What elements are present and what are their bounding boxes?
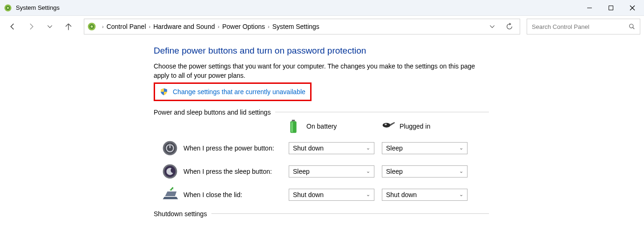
svg-point-10 [630, 24, 633, 28]
battery-icon [289, 120, 302, 133]
main-content: Define power buttons and turn on passwor… [0, 37, 489, 218]
svg-point-9 [91, 26, 93, 28]
section-rule [275, 112, 489, 112]
page-subtitle: Choose the power settings that you want … [154, 62, 480, 81]
power-plugged-dropdown[interactable]: Sleep ⌄ [382, 142, 468, 154]
breadcrumb-item[interactable]: Control Panel [107, 23, 146, 30]
change-settings-link[interactable]: Change settings that are currently unava… [173, 88, 305, 96]
column-header-plugged: Plugged in [382, 120, 475, 133]
breadcrumb-item[interactable]: System Settings [272, 23, 319, 30]
address-bar[interactable]: › Control Panel › Hardware and Sound › P… [84, 19, 520, 34]
dropdown-value: Sleep [386, 168, 403, 175]
section-power-buttons: Power and sleep buttons and lid settings [154, 109, 489, 116]
shield-icon [160, 88, 168, 96]
dropdown-value: Sleep [386, 144, 403, 152]
refresh-button[interactable] [506, 23, 513, 30]
dropdown-value: Shut down [293, 144, 324, 152]
svg-rect-4 [609, 6, 613, 10]
plug-icon [382, 120, 395, 133]
svg-line-11 [633, 27, 635, 29]
breadcrumb-item[interactable]: Power Options [222, 23, 265, 30]
section-label: Shutdown settings [154, 210, 211, 218]
svg-point-2 [7, 7, 9, 9]
minimize-button[interactable] [579, 0, 600, 16]
row-close-lid: When I close the lid: [154, 187, 289, 203]
dropdown-value: Shut down [293, 191, 324, 198]
window-controls [579, 0, 643, 16]
section-label: Power and sleep buttons and lid settings [154, 109, 275, 116]
lid-plugged-dropdown[interactable]: Shut down ⌄ [382, 189, 468, 201]
section-shutdown: Shutdown settings [154, 210, 489, 218]
chevron-down-icon: ⌄ [459, 191, 463, 198]
power-button-icon [162, 140, 178, 156]
laptop-lid-icon [162, 187, 178, 203]
section-rule [211, 213, 489, 214]
search-placeholder: Search Control Panel [532, 23, 590, 30]
chevron-right-icon: › [217, 24, 219, 29]
column-label: Plugged in [400, 123, 430, 130]
column-label: On battery [306, 123, 337, 130]
svg-rect-12 [292, 120, 295, 121]
row-power-button: When I press the power button: [154, 140, 289, 156]
chevron-down-icon: ⌄ [366, 191, 370, 198]
sleep-button-icon [162, 164, 178, 179]
row-sleep-button: When I press the sleep button: [154, 164, 289, 179]
forward-button[interactable] [27, 22, 35, 31]
column-header-battery: On battery [289, 120, 382, 133]
sleep-battery-dropdown[interactable]: Sleep ⌄ [289, 165, 374, 178]
svg-point-15 [383, 123, 391, 127]
chevron-right-icon: › [268, 24, 270, 29]
control-panel-icon [87, 22, 96, 31]
sleep-plugged-dropdown[interactable]: Sleep ⌄ [382, 165, 468, 178]
chevron-right-icon: › [102, 24, 104, 29]
title-bar: System Settings [0, 0, 644, 16]
close-button[interactable] [622, 0, 643, 16]
chevron-down-icon: ⌄ [366, 168, 370, 174]
dropdown-value: Shut down [386, 191, 417, 198]
chevron-down-icon: ⌄ [459, 145, 463, 151]
address-dropdown-icon[interactable] [489, 23, 495, 30]
power-settings-grid: On battery Plugged in [154, 120, 489, 203]
dropdown-value: Sleep [293, 168, 310, 175]
page-title: Define power buttons and turn on passwor… [154, 46, 489, 56]
power-battery-dropdown[interactable]: Shut down ⌄ [289, 142, 374, 154]
breadcrumb-item[interactable]: Hardware and Sound [153, 23, 215, 30]
chevron-down-icon: ⌄ [459, 168, 463, 174]
up-button[interactable] [64, 22, 73, 31]
row-label-text: When I close the lid: [183, 191, 242, 198]
search-icon [629, 23, 635, 30]
maximize-button[interactable] [600, 0, 622, 16]
row-label-text: When I press the power button: [183, 144, 274, 152]
svg-rect-14 [291, 122, 293, 132]
recent-dropdown-icon[interactable] [46, 22, 54, 31]
svg-point-16 [385, 123, 387, 125]
back-button[interactable] [8, 22, 17, 31]
uac-highlight-box: Change settings that are currently unava… [154, 82, 312, 101]
app-icon [4, 4, 12, 12]
search-input[interactable]: Search Control Panel [527, 19, 640, 34]
window-title: System Settings [16, 4, 60, 11]
row-label-text: When I press the sleep button: [183, 168, 272, 175]
navigation-buttons [4, 22, 77, 31]
navigation-toolbar: › Control Panel › Hardware and Sound › P… [0, 16, 644, 37]
chevron-right-icon: › [149, 24, 151, 29]
lid-battery-dropdown[interactable]: Shut down ⌄ [289, 189, 374, 201]
chevron-down-icon: ⌄ [366, 145, 370, 151]
